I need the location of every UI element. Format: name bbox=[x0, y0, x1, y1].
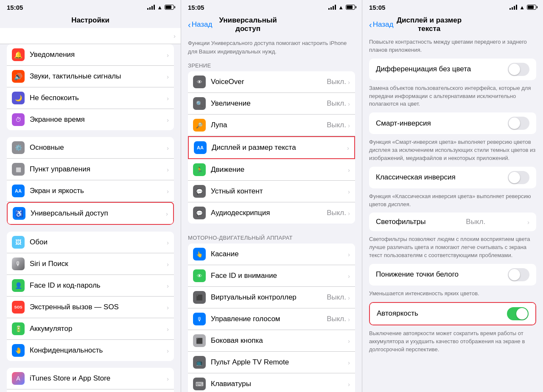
settings-item-klaviatury[interactable]: ⌨ Клавиатуры › bbox=[188, 373, 355, 392]
row-diff: Дифференциация без цвета bbox=[369, 59, 536, 80]
toggle-avto[interactable] bbox=[507, 307, 529, 320]
settings-item-zvuki[interactable]: 🔊 Звуки, тактильные сигналы › bbox=[7, 66, 174, 87]
icon-bokovaya: ⬛ bbox=[193, 334, 206, 347]
settings-item-universal[interactable]: ♿ Универсальный доступ › bbox=[7, 202, 174, 225]
icon-osnovnye: ⚙️ bbox=[12, 141, 25, 154]
signal-bars-3 bbox=[509, 5, 517, 10]
row-poniz: Понижение точки белого bbox=[369, 264, 536, 286]
label-virtualnyj: Виртуальный контроллер bbox=[211, 293, 327, 302]
panel2-scroll[interactable]: Функции Универсального доступа помогают … bbox=[181, 36, 362, 392]
battery-body-2 bbox=[346, 5, 355, 10]
chevron-uvelichenie: › bbox=[348, 100, 350, 107]
settings-item-punkt[interactable]: ▦ Пункт управления › bbox=[7, 159, 174, 180]
back-label-3: Назад bbox=[373, 20, 394, 29]
label-poniz: Понижение точки белого bbox=[376, 270, 459, 279]
icon-virtualnyj: ⬛ bbox=[193, 291, 206, 304]
chevron-konf: › bbox=[167, 347, 169, 354]
panel2-section-motor: МОТОРНО-ДВИГАТЕЛЬНЫЙ АППАРАТ bbox=[181, 232, 362, 244]
chevron-audiodescr: › bbox=[348, 210, 350, 217]
settings-item-oboi[interactable]: 🖼 Обои › bbox=[7, 232, 174, 253]
settings-item-ekran[interactable]: AA Экран и яркость › bbox=[7, 180, 174, 202]
toggle-diff[interactable] bbox=[508, 63, 529, 76]
label-smart: Смарт-инверсия bbox=[376, 119, 431, 128]
panel1-scroll[interactable]: › 🔔 Уведомления › 🔊 Звуки, тактильные си… bbox=[0, 28, 181, 392]
panel1-group1: 🔔 Уведомления › 🔊 Звуки, тактильные сигн… bbox=[7, 44, 174, 130]
icon-faceid: 👤 bbox=[12, 279, 25, 292]
settings-item-nebespokoit[interactable]: 🌙 Не беспокоить › bbox=[7, 87, 174, 109]
chevron-voiceover: › bbox=[348, 78, 350, 86]
panel1-group3: 🖼 Обои › 🎙 Siri и Поиск › 👤 Face ID и ко… bbox=[7, 232, 174, 361]
chevron-oboi: › bbox=[167, 239, 169, 246]
settings-item-ekrannoe[interactable]: ⏱ Экранное время › bbox=[7, 109, 174, 130]
settings-item-appletv[interactable]: 📺 Пульт Apple TV Remote › bbox=[188, 352, 355, 373]
toggle-smart[interactable] bbox=[508, 117, 529, 130]
back-button-2[interactable]: ‹ Назад bbox=[188, 20, 212, 29]
settings-item-lupa[interactable]: 🔎 Лупа Выкл. › bbox=[188, 115, 355, 136]
settings-item-uvelichenie[interactable]: 🔍 Увеличение Выкл. › bbox=[188, 93, 355, 115]
toggle-poniz[interactable] bbox=[508, 268, 529, 281]
settings-item-siri[interactable]: 🎙 Siri и Поиск › bbox=[7, 253, 174, 275]
label-klassich: Классическая инверсия bbox=[376, 173, 456, 182]
battery-body-3 bbox=[527, 5, 536, 10]
settings-item-akkum[interactable]: 🔋 Аккумулятор › bbox=[7, 318, 174, 340]
settings-item-itunes[interactable]: A iTunes Store и App Store › bbox=[7, 368, 174, 389]
panel2-section-vision: ЗРЕНИЕ bbox=[181, 60, 362, 71]
settings-item-bokovaya[interactable]: ⬛ Боковая кнопка › bbox=[188, 330, 355, 352]
back-chevron-2: ‹ bbox=[188, 20, 191, 29]
settings-item-displej[interactable]: AA Дисплей и размер текста › bbox=[188, 136, 355, 159]
panel1-group2: ⚙️ Основные › ▦ Пункт управления › AA Эк… bbox=[7, 137, 174, 225]
chevron-sos: › bbox=[167, 304, 169, 311]
battery-3 bbox=[527, 5, 536, 10]
label-kasanie: Касание bbox=[211, 250, 348, 258]
settings-item-sos[interactable]: SOS Экстренный вызов — SOS › bbox=[7, 297, 174, 318]
status-time-2: 15:05 bbox=[188, 4, 204, 11]
chevron-faceidvnimanie: › bbox=[348, 272, 350, 280]
chevron-appletv: › bbox=[348, 359, 350, 366]
value-svet: Выкл. bbox=[466, 218, 485, 226]
label-konf: Конфиденциальность bbox=[30, 346, 167, 355]
settings-item-osnovnye[interactable]: ⚙️ Основные › bbox=[7, 137, 174, 159]
settings-item-faceid[interactable]: 👤 Face ID и код-пароль › bbox=[7, 275, 174, 297]
desc-svet: Светофильтры позволяют людям с плохим во… bbox=[362, 234, 543, 264]
value-voiceover: Выкл. bbox=[327, 78, 346, 86]
icon-audiodescr: 💬 bbox=[193, 207, 206, 219]
chevron-dvizhenie: › bbox=[348, 166, 350, 174]
label-akkum: Аккумулятор bbox=[30, 325, 167, 333]
chevron-virtualnyj: › bbox=[348, 294, 350, 301]
status-bar-2: 15:05 ▲ bbox=[181, 0, 362, 14]
row-avto: Автояркость bbox=[370, 303, 535, 325]
settings-item-audiodescr[interactable]: 💬 Аудиодескрипция Выкл. › bbox=[188, 202, 355, 224]
toggle-klassich[interactable] bbox=[508, 171, 529, 184]
chevron-siri: › bbox=[167, 260, 169, 268]
icon-universal: ♿ bbox=[13, 207, 25, 220]
back-button-3[interactable]: ‹ Назад bbox=[369, 20, 393, 29]
settings-item-kasanie[interactable]: 👆 Касание › bbox=[188, 244, 355, 265]
settings-item-virtualnyj[interactable]: ⬛ Виртуальный контроллер Выкл. › bbox=[188, 287, 355, 308]
block-svet: Светофильтры Выкл. › bbox=[369, 213, 536, 231]
icon-nebespokoit: 🌙 bbox=[12, 92, 25, 104]
settings-item-dvizhenie[interactable]: 🏃 Движение › bbox=[188, 159, 355, 181]
label-itunes: iTunes Store и App Store bbox=[30, 374, 167, 383]
wifi-icon-3: ▲ bbox=[519, 4, 525, 11]
settings-item-uved[interactable]: 🔔 Уведомления › bbox=[7, 44, 174, 66]
toggle-knob-diff bbox=[509, 64, 520, 75]
value-golosom: Выкл. bbox=[327, 315, 346, 323]
chevron-svet: › bbox=[527, 218, 529, 226]
panel1-title: Настройки bbox=[62, 16, 118, 25]
battery-body-1 bbox=[165, 5, 174, 10]
chevron-displej: › bbox=[347, 144, 349, 151]
settings-item-golosom[interactable]: 🎙 Управление голосом Выкл. › bbox=[188, 308, 355, 330]
settings-item-voiceover[interactable]: 👁 VoiceOver Выкл. › bbox=[188, 71, 355, 93]
icon-oboi: 🖼 bbox=[12, 236, 25, 249]
settings-item-faceidvnimanie[interactable]: 👁 Face ID и внимание › bbox=[188, 265, 355, 287]
row-klassich: Классическая инверсия bbox=[369, 167, 536, 188]
label-ustnoj: Устный контент bbox=[211, 187, 348, 196]
settings-item-konf[interactable]: 🤚 Конфиденциальность › bbox=[7, 340, 174, 361]
settings-item-wallet[interactable]: 💳 Wallet и Apple Pay › bbox=[7, 389, 174, 392]
panel3-scroll[interactable]: Повысьте контрастность между цветами пер… bbox=[362, 36, 543, 392]
block-poniz: Понижение точки белого bbox=[369, 264, 536, 286]
settings-item-ustnoj[interactable]: 💬 Устный контент › bbox=[188, 181, 355, 202]
row-svet[interactable]: Светофильтры Выкл. › bbox=[369, 213, 536, 231]
chevron-osnovnye: › bbox=[167, 144, 169, 151]
chevron-ekran: › bbox=[167, 188, 169, 195]
